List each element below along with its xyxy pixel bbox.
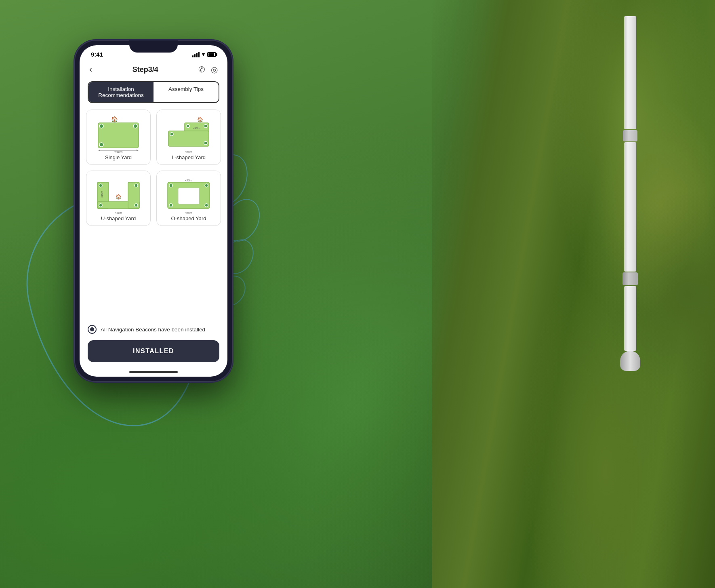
- yard-label-lshaped: L-shaped Yard: [172, 154, 206, 160]
- yard-label-oshaped: O-shaped Yard: [171, 215, 206, 221]
- yard-diagram-ushaped: 🏠 <45m <45m: [94, 175, 143, 215]
- wifi-icon: ▾: [202, 51, 205, 57]
- radio-button[interactable]: [88, 325, 97, 334]
- phone-icon[interactable]: ✆: [198, 65, 205, 74]
- svg-marker-8: [137, 150, 139, 151]
- sensor-pole: [618, 16, 642, 380]
- svg-point-31: [169, 184, 172, 187]
- pole-connector-1: [623, 130, 637, 141]
- page-title: Step3/4: [132, 65, 158, 74]
- back-button[interactable]: ‹: [89, 64, 92, 75]
- phone-screen: 9:41 ▾ ‹ Step3/4: [80, 45, 227, 377]
- svg-point-25: [135, 204, 138, 207]
- svg-text:<45m: <45m: [185, 179, 192, 182]
- nav-bar: ‹ Step3/4 ✆ ◎: [80, 61, 227, 80]
- tab-installation-recommendations[interactable]: Installation Recommendations: [88, 82, 154, 102]
- pole-connector-2: [622, 272, 638, 285]
- yard-diagram-single: 🏠 <45m: [94, 114, 143, 154]
- yard-label-single: Single Yard: [105, 154, 132, 160]
- pole-top-segment: [624, 16, 636, 129]
- location-icon[interactable]: ◎: [211, 65, 218, 74]
- phone-device: 9:41 ▾ ‹ Step3/4: [75, 40, 232, 381]
- svg-point-15: [204, 141, 207, 145]
- svg-point-24: [99, 204, 102, 207]
- battery-icon: [207, 52, 216, 57]
- yard-card-ushaped[interactable]: 🏠 <45m <45m: [86, 171, 151, 226]
- svg-text:🏠: 🏠: [111, 116, 118, 123]
- tab-assembly-tips[interactable]: Assembly Tips: [154, 82, 219, 102]
- pole-bottom-segment: [624, 286, 636, 351]
- signal-icon: [192, 52, 200, 57]
- phone-body: 9:41 ▾ ‹ Step3/4: [75, 40, 232, 381]
- yard-diagram-lshaped: 🏠 <45m <45m: [164, 114, 213, 154]
- svg-point-34: [205, 204, 208, 207]
- svg-rect-30: [178, 188, 199, 204]
- content-area: 🏠 <45m: [80, 110, 227, 377]
- svg-point-22: [99, 184, 102, 187]
- svg-rect-1: [98, 123, 139, 148]
- svg-point-14: [170, 133, 173, 136]
- yard-card-lshaped[interactable]: 🏠 <45m <45m: [156, 110, 221, 165]
- pole-middle-segment: [624, 142, 636, 272]
- home-indicator: [80, 367, 227, 377]
- svg-text:<45m: <45m: [115, 211, 122, 214]
- hedge-overlay: [440, 0, 715, 588]
- installed-button[interactable]: INSTALLED: [88, 340, 219, 362]
- svg-point-2: [99, 124, 103, 128]
- svg-text:🏠: 🏠: [197, 116, 203, 122]
- svg-text:<45m: <45m: [185, 150, 192, 153]
- svg-text:<45m: <45m: [185, 211, 192, 214]
- svg-point-3: [133, 124, 137, 128]
- beacon-check-row: All Navigation Beacons have been install…: [88, 325, 219, 334]
- beacon-check-label: All Navigation Beacons have been install…: [101, 327, 205, 333]
- svg-point-23: [135, 184, 138, 187]
- yard-card-single[interactable]: 🏠 <45m: [86, 110, 151, 165]
- svg-text:<45m: <45m: [193, 127, 200, 130]
- yard-grid: 🏠 <45m: [80, 110, 227, 226]
- nav-icons: ✆ ◎: [198, 65, 218, 74]
- status-icons: ▾: [192, 51, 216, 57]
- svg-rect-11: [168, 131, 209, 146]
- svg-point-33: [169, 204, 172, 207]
- spacer: [80, 226, 227, 318]
- status-time: 9:41: [91, 51, 103, 58]
- pole-base: [620, 351, 640, 371]
- svg-point-13: [204, 124, 207, 128]
- svg-point-4: [99, 143, 103, 147]
- home-bar: [129, 371, 178, 373]
- yard-diagram-oshaped: 🏠 <45m <45m: [164, 175, 213, 215]
- bottom-section: All Navigation Beacons have been install…: [80, 318, 227, 367]
- svg-point-12: [186, 124, 189, 128]
- tab-switcher: Installation Recommendations Assembly Ti…: [88, 81, 219, 103]
- svg-point-32: [205, 184, 208, 187]
- svg-marker-7: [98, 150, 100, 151]
- svg-text:<45m: <45m: [101, 191, 103, 198]
- svg-text:🏠: 🏠: [116, 194, 122, 200]
- notch: [129, 40, 178, 53]
- yard-card-oshaped[interactable]: 🏠 <45m <45m: [156, 171, 221, 226]
- yard-label-ushaped: U-shaped Yard: [101, 215, 136, 221]
